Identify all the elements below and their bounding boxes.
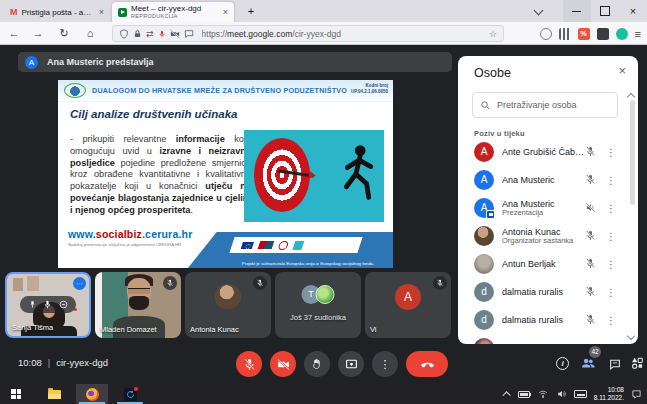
tray-expand-icon[interactable] [502, 391, 510, 399]
permissions-bubble-icon[interactable] [184, 29, 194, 39]
mic-icon[interactable] [43, 300, 52, 309]
more-options-button[interactable]: ⋮ [372, 351, 398, 377]
tile-name: Mladen Domazet [100, 325, 157, 334]
new-tab-button[interactable]: + [242, 2, 260, 20]
camera-off-button[interactable] [270, 351, 296, 377]
shared-presentation-slide: DUALOGOM DO HRVATSKE MREŽE ZA DRUŠTVENO … [58, 80, 393, 268]
tile-more-participants[interactable]: T Još 37 sudionika [275, 272, 361, 338]
people-search-input[interactable] [497, 100, 607, 110]
people-panel: Osobe × Poziv u tijeku A Ante Grubišić Č… [458, 56, 638, 344]
forward-button[interactable]: → [28, 22, 48, 45]
participant-row[interactable]: d dalmatia ruralis ⋮ [472, 306, 622, 334]
mic-off-button[interactable] [236, 351, 262, 377]
activities-icon[interactable] [630, 356, 644, 374]
meeting-details-icon[interactable]: i [556, 357, 569, 370]
participant-more-options-icon[interactable]: ⋮ [606, 203, 616, 214]
video-tile-antonia-kunac[interactable]: Antonia Kunac [185, 272, 271, 338]
video-tile-mladen-domazet[interactable]: Mladen Domazet [95, 272, 181, 338]
participant-more-options-icon[interactable]: ⋮ [606, 287, 616, 298]
tile-name: Sanja Tišma [12, 323, 53, 332]
participant-row-partial[interactable] [472, 334, 622, 344]
url-bar[interactable]: ⇄ https://meet.google.com/cir-yyex-dgd ☆ [112, 25, 504, 42]
camera-blocked-icon[interactable] [170, 29, 180, 39]
back-button[interactable]: ← [4, 22, 24, 45]
participant-row[interactable]: A Ante Grubišić Čabo (Vi) ⋮ [472, 138, 622, 166]
folder-icon [48, 390, 61, 399]
action-center-icon[interactable] [631, 389, 642, 400]
minimize-button[interactable] [563, 0, 591, 22]
remove-icon[interactable] [59, 300, 68, 309]
slide-header: DUALOGOM DO HRVATSKE MREŽE ZA DRUŠTVENO … [58, 80, 393, 102]
wifi-icon[interactable] [537, 389, 549, 399]
firefox-taskbar-button[interactable] [76, 384, 108, 404]
scroll-down-icon[interactable] [627, 332, 635, 340]
screen: M Pristigla pošta - ante.gc@gmai × Meet … [0, 0, 647, 404]
mic-off-icon [253, 276, 267, 290]
menu-icon[interactable]: ≡ [635, 28, 641, 40]
tab-close-icon[interactable]: × [99, 7, 104, 17]
participant-more-options-icon[interactable]: ⋮ [606, 315, 616, 326]
people-search-box[interactable] [472, 92, 618, 118]
mic-in-use-icon[interactable] [158, 29, 166, 39]
recorder-taskbar-button[interactable] [114, 384, 146, 404]
battery-icon[interactable] [518, 391, 530, 398]
mic-off-icon [163, 276, 177, 290]
end-call-button[interactable] [406, 351, 448, 377]
home-button[interactable]: ⌂ [80, 22, 100, 45]
extension-icon[interactable]: % [578, 28, 590, 40]
tab-close-icon[interactable]: × [223, 7, 228, 17]
slide-code-value: UP.04.2.1.06.0050 [351, 89, 388, 95]
slide-header-title: DUALOGOM DO HRVATSKE MREŽE ZA DRUŠTVENO … [92, 80, 347, 102]
maximize-button[interactable] [591, 0, 619, 22]
keyboard-icon[interactable] [574, 390, 587, 398]
show-people-icon[interactable] [580, 356, 596, 375]
participant-more-options-icon[interactable]: ⋮ [606, 259, 616, 270]
reload-button[interactable]: ↻ [54, 22, 74, 45]
eu-logos-strip [229, 237, 362, 253]
participant-row-presentation[interactable]: A Ana MustericPrezentacija ⋮ [472, 194, 622, 222]
video-tile-sanja-tisma[interactable]: ⋯ Sanja Tišma [5, 272, 91, 338]
chat-icon[interactable] [608, 357, 622, 375]
tab-gmail[interactable]: M Pristigla pošta - ante.gc@gmai × [4, 2, 110, 22]
video-tile-self[interactable]: A Vi [365, 272, 451, 338]
raise-hand-button[interactable] [304, 351, 330, 377]
partner-logo-icon [278, 241, 290, 250]
tab-title: Pristigla pošta - ante.gc@gmai [22, 8, 95, 17]
panel-close-icon[interactable]: × [618, 63, 626, 78]
shield-icon[interactable] [119, 29, 129, 39]
project-logo [64, 83, 86, 98]
meeting-info: 10:08|cir-yyex-dgd [18, 357, 108, 368]
panel-scrollbar[interactable] [630, 100, 635, 205]
start-button[interactable] [0, 384, 32, 404]
close-window-button[interactable]: × [619, 0, 647, 22]
bookmark-star-icon[interactable]: ☆ [489, 29, 497, 39]
extension-icon[interactable] [559, 28, 571, 40]
list-all-tabs-icon[interactable] [525, 0, 553, 22]
file-explorer-button[interactable] [38, 384, 70, 404]
volume-icon[interactable] [556, 389, 567, 399]
participant-more-options-icon[interactable]: ⋮ [606, 175, 616, 186]
clock[interactable]: 10:08 8.11.2022. [594, 386, 624, 403]
participant-row[interactable]: Antun Berljak ⋮ [472, 250, 622, 278]
grammar-extension-icon[interactable] [616, 28, 628, 40]
taskbar-date: 8.11.2022. [594, 394, 624, 402]
extension-icon[interactable] [597, 28, 609, 40]
participant-row[interactable]: Antonia KunacOrganizator sastanka ⋮ [472, 222, 622, 250]
participant-more-options-icon[interactable]: ⋮ [606, 147, 616, 158]
lock-icon[interactable] [133, 29, 142, 39]
participant-row[interactable]: A Ana Musteric ⋮ [472, 166, 622, 194]
tile-more-options-button[interactable]: ⋯ [73, 277, 86, 290]
slide-body: - prikupiti relevantne informacije koje … [70, 134, 251, 216]
presenting-banner-text: Ana Musteric predstavlja [47, 57, 154, 67]
tab-meet[interactable]: Meet – cir-yyex-dgd REPRODUKCIJA × [112, 2, 234, 22]
presenter-avatar: A [25, 56, 38, 69]
tab-sharing-icon[interactable]: ⇄ [146, 29, 154, 39]
esf-logo-icon [258, 241, 275, 249]
pocket-extension-icon[interactable] [540, 28, 552, 40]
participant-row[interactable]: d dalmatia ruralis ⋮ [472, 278, 622, 306]
participant-more-options-icon[interactable]: ⋮ [606, 231, 616, 242]
pin-icon[interactable] [28, 300, 37, 309]
participant-name: dalmatia ruralis [502, 287, 588, 297]
present-now-button[interactable] [338, 351, 364, 377]
browser-tab-strip: M Pristigla pošta - ante.gc@gmai × Meet … [0, 0, 647, 22]
